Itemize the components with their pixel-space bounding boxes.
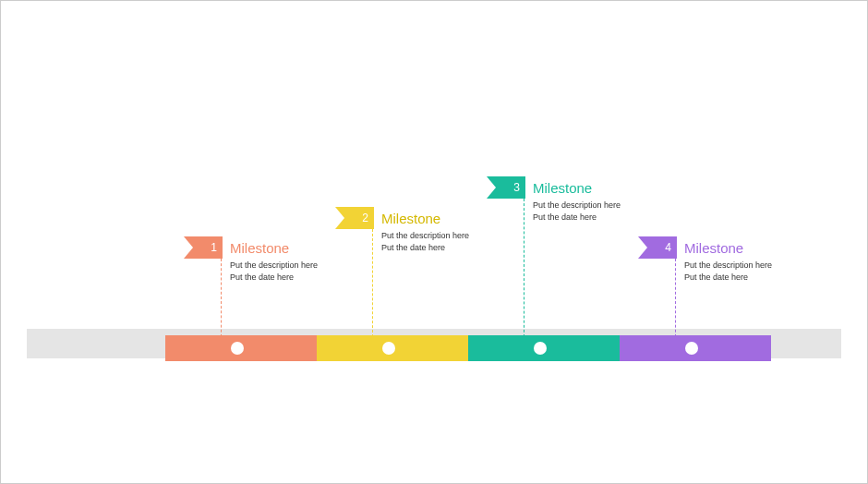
milestone-flag-3: 3	[487, 176, 525, 199]
timeline-dot-3	[534, 342, 547, 355]
milestone-label-1: MilestonePut the description herePut the…	[230, 240, 387, 283]
milestone-flag-4: 4	[638, 236, 677, 259]
milestone-date-1: Put the date here	[230, 272, 387, 284]
milestone-title-4: Milestone	[684, 240, 841, 256]
milestone-label-3: MilestonePut the description herePut the…	[533, 180, 690, 223]
milestone-title-1: Milestone	[230, 240, 387, 256]
milestone-label-2: MilestonePut the description herePut the…	[381, 211, 538, 253]
milestone-title-2: Milestone	[381, 211, 538, 226]
milestone-flag-1: 1	[184, 236, 223, 259]
milestone-date-3: Put the date here	[533, 212, 690, 224]
connector-line-2	[372, 229, 373, 342]
timeline-dot-4	[685, 342, 698, 355]
timeline-dot-1	[231, 342, 244, 355]
milestone-description-3: Put the description here	[533, 200, 690, 212]
milestone-description-2: Put the description here	[381, 230, 538, 242]
milestone-date-4: Put the date here	[684, 272, 841, 284]
milestone-description-1: Put the description here	[230, 260, 387, 272]
milestone-flag-2: 2	[335, 207, 374, 229]
milestone-date-2: Put the date here	[381, 242, 538, 254]
timeline-diagram: 1MilestonePut the description herePut th…	[1, 1, 867, 483]
milestone-label-4: MilestonePut the description herePut the…	[684, 240, 841, 283]
timeline-dot-2	[382, 342, 395, 355]
connector-line-1	[221, 259, 222, 342]
connector-line-4	[675, 259, 676, 342]
milestone-title-3: Milestone	[533, 180, 690, 196]
milestone-description-4: Put the description here	[684, 260, 841, 272]
connector-line-3	[524, 199, 524, 342]
